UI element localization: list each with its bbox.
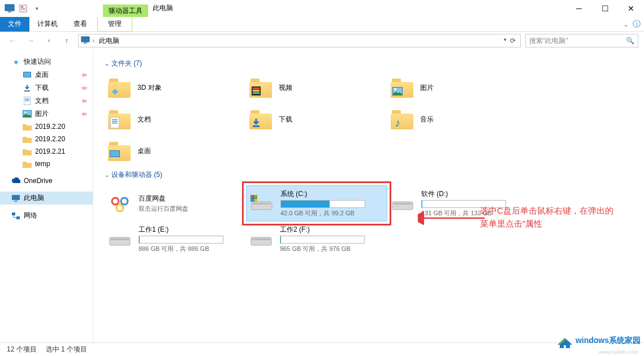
svg-point-28 [394, 88, 396, 90]
help-icon[interactable]: ⓘ [633, 19, 641, 29]
device-drive-e[interactable]: 工作1 (E:) 886 GB 可用，共 886 GB [105, 222, 246, 257]
status-selected-count: 选中 1 个项目 [46, 345, 87, 354]
svg-rect-4 [21, 8, 25, 8]
sidebar-label: 2019.2.20 [35, 135, 65, 143]
annotation-line2: 菜单里点击"属性 [480, 218, 638, 231]
svg-rect-13 [25, 99, 29, 100]
search-placeholder: 搜索"此电脑" [529, 36, 568, 46]
close-button[interactable]: ✕ [618, 0, 644, 17]
up-button[interactable]: ↑ [60, 34, 74, 47]
ribbon-collapse-icon[interactable]: ⌄ [624, 21, 628, 28]
status-item-count: 12 个项目 [7, 345, 37, 354]
device-name: 百度网盘 [139, 194, 188, 203]
context-tab-drive-tools[interactable]: 驱动器工具 [103, 5, 148, 17]
device-name: 工作2 (F:) [280, 225, 365, 235]
svg-rect-23 [253, 88, 260, 89]
device-subtitle: 886 GB 可用，共 886 GB [139, 245, 223, 253]
sidebar-label: 快速访问 [24, 57, 51, 67]
section-label: 设备和驱动器 (5) [111, 170, 162, 180]
document-icon [23, 97, 32, 106]
svg-rect-40 [253, 203, 271, 205]
search-icon: 🔍 [626, 37, 634, 45]
sidebar-label: 2019.2.20 [35, 123, 65, 131]
address-dropdown-icon[interactable]: ▾ [504, 37, 507, 45]
svg-rect-43 [254, 195, 258, 198]
sidebar-label: 此电脑 [24, 193, 44, 203]
folder-pictures[interactable]: 图片 [387, 72, 529, 103]
section-devices[interactable]: ⌄ 设备和驱动器 (5) [105, 167, 633, 183]
chevron-down-icon: ⌄ [105, 172, 109, 178]
breadcrumb-this-pc[interactable]: 此电脑 [97, 36, 499, 46]
baidu-icon [108, 192, 132, 215]
quick-access-toolbar: ▾ [0, 2, 46, 15]
sidebar-label: 桌面 [35, 70, 49, 80]
tab-view[interactable]: 查看 [66, 17, 95, 32]
qat-dropdown-icon[interactable]: ▾ [31, 2, 43, 15]
folder-desktop[interactable]: 桌面 [105, 135, 246, 167]
tab-file[interactable]: 文件 [0, 17, 29, 32]
sidebar-desktop[interactable]: 桌面 [0, 68, 93, 81]
section-folders[interactable]: ⌄ 文件夹 (7) [105, 55, 633, 72]
content-area: ⌄ 文件夹 (7) ◆ 3D 对象 视频 图片 [93, 50, 644, 356]
tab-computer[interactable]: 计算机 [29, 17, 66, 32]
svg-point-37 [121, 198, 128, 205]
device-name: 软件 (D:) [421, 189, 506, 199]
tab-manage[interactable]: 管理 [97, 17, 132, 32]
folder-icon [23, 159, 32, 168]
svg-rect-19 [14, 201, 18, 202]
annotation-arrow [418, 211, 486, 227]
device-subtitle: 965 GB 可用，共 976 GB [280, 245, 365, 253]
svg-rect-42 [250, 195, 254, 198]
sidebar-quick-access[interactable]: ★ 快速访问 [0, 55, 93, 68]
folder-downloads[interactable]: 下载 [246, 103, 387, 135]
svg-rect-12 [25, 98, 29, 99]
sidebar-documents[interactable]: 文档 [0, 94, 93, 107]
drive-icon [249, 227, 273, 251]
main-area: ★ 快速访问 桌面 下载 文档 图片 [0, 50, 644, 356]
context-tab-group: 驱动器工具 [103, 0, 148, 17]
sidebar-network[interactable]: 网络 [0, 209, 93, 222]
sidebar-this-pc[interactable]: 此电脑 [0, 192, 93, 205]
svg-rect-1 [8, 11, 11, 12]
device-baidu[interactable]: 百度网盘 双击运行百度网盘 [105, 185, 246, 222]
refresh-icon[interactable]: ⟳ [510, 37, 516, 45]
folder-3d-objects[interactable]: ◆ 3D 对象 [105, 72, 246, 103]
device-drive-f[interactable]: 工作2 (F:) 965 GB 可用，共 976 GB [246, 222, 387, 257]
svg-rect-47 [394, 203, 412, 205]
folder-label: 视频 [279, 83, 292, 93]
maximize-button[interactable]: ☐ [592, 0, 618, 17]
drive-icon [108, 227, 132, 251]
sidebar-downloads[interactable]: 下载 [0, 81, 93, 94]
drive-icon [250, 192, 274, 215]
recent-dropdown[interactable]: ▾ [42, 34, 55, 47]
pc-icon [11, 194, 20, 203]
svg-rect-20 [12, 212, 15, 215]
device-subtitle: 42.0 GB 可用，共 99.2 GB [280, 209, 365, 218]
minimize-button[interactable]: ─ [566, 0, 592, 17]
sidebar-pictures[interactable]: 图片 [0, 107, 93, 120]
svg-rect-24 [253, 90, 260, 92]
svg-rect-51 [252, 238, 270, 240]
svg-rect-3 [21, 6, 23, 7]
sidebar-folder-1[interactable]: 2019.2.20 [0, 120, 93, 133]
sidebar-onedrive[interactable]: OneDrive [0, 175, 93, 187]
properties-icon[interactable] [17, 2, 29, 15]
device-drive-c[interactable]: 系统 (C:) 42.0 GB 可用，共 99.2 GB [246, 185, 387, 222]
device-name: 工作1 (E:) [139, 225, 223, 235]
annotation-text: 选中C盘后单击鼠标右键，在弹出的 菜单里点击"属性 [480, 205, 638, 230]
folder-videos[interactable]: 视频 [246, 72, 387, 103]
address-bar[interactable]: › 此电脑 ▾ ⟳ [78, 34, 521, 47]
search-input[interactable]: 搜索"此电脑" 🔍 [525, 34, 638, 47]
sidebar-folder-2[interactable]: 2019.2.20 [0, 133, 93, 145]
folder-documents[interactable]: 文档 [105, 103, 246, 135]
svg-rect-6 [81, 37, 89, 42]
svg-rect-0 [5, 5, 14, 11]
back-button[interactable]: ← [6, 34, 19, 47]
folder-icon [23, 134, 32, 144]
svg-rect-45 [254, 199, 258, 202]
sidebar-folder-temp[interactable]: temp [0, 158, 93, 170]
folder-music[interactable]: ♪ 音乐 [387, 103, 529, 135]
forward-button[interactable]: → [24, 34, 37, 47]
sidebar-folder-3[interactable]: 2019.2.21 [0, 145, 93, 158]
device-name: 系统 (C:) [280, 189, 365, 199]
